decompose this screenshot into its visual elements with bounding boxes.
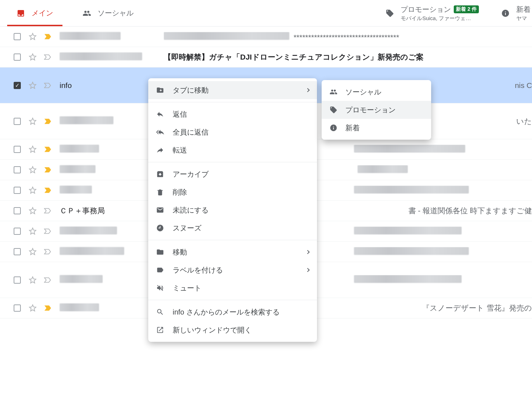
menu-forward[interactable]: 転送 [148, 141, 317, 159]
row-checkbox[interactable] [14, 118, 21, 125]
reply-all-icon [156, 128, 164, 136]
row-checkbox[interactable] [14, 276, 21, 284]
importance-marker-icon[interactable] [44, 167, 52, 173]
star-icon[interactable] [29, 82, 37, 89]
tab-primary[interactable]: メイン [7, 0, 62, 26]
menu-search-sender[interactable]: info さんからのメールを検索する [148, 303, 317, 321]
tab-promotions[interactable]: プロモーション 新着 2 件 モバイルSuica, ファーウェ… [376, 0, 488, 26]
archive-icon [156, 170, 164, 178]
row-checkbox[interactable] [14, 166, 21, 173]
importance-marker-icon[interactable] [44, 54, 52, 60]
star-icon[interactable] [29, 304, 37, 312]
importance-marker-icon[interactable] [44, 208, 52, 214]
chevron-right-icon [305, 88, 309, 92]
importance-marker-icon[interactable] [44, 228, 52, 234]
importance-marker-icon[interactable] [44, 146, 52, 152]
menu-label: 新しいウィンドウで開く [173, 325, 309, 335]
chevron-right-icon [305, 250, 309, 254]
menu-move-to[interactable]: 移動 [148, 243, 317, 261]
row-checkbox[interactable] [14, 228, 21, 235]
importance-marker-icon[interactable] [44, 34, 52, 39]
importance-marker-icon[interactable] [44, 83, 52, 88]
search-icon [156, 308, 164, 316]
importance-marker-icon[interactable] [44, 118, 52, 124]
importance-marker-icon[interactable] [44, 187, 52, 193]
tab-promotions-label: プロモーション [401, 5, 451, 14]
row-checkbox[interactable] [14, 248, 21, 255]
menu-mute[interactable]: ミュート [148, 279, 317, 297]
row-checkbox[interactable] [14, 53, 21, 61]
tab-updates-label: 新着 [516, 5, 531, 14]
forward-icon [156, 146, 164, 154]
delete-icon [156, 188, 164, 196]
tag-icon [386, 9, 394, 18]
clock-icon [156, 224, 164, 232]
submenu-label: ソーシャル [345, 87, 381, 97]
menu-label: 転送 [173, 145, 309, 155]
importance-marker-icon[interactable] [44, 277, 52, 283]
star-icon[interactable] [29, 53, 37, 61]
label-icon [156, 266, 164, 274]
menu-label: 移動 [173, 247, 306, 257]
menu-label: 未読にする [173, 205, 309, 215]
menu-snooze[interactable]: スヌーズ [148, 219, 317, 237]
tab-promotions-badge: 新着 2 件 [454, 5, 479, 13]
tag-icon [330, 106, 337, 114]
menu-move-to-tab[interactable]: タブに移動 [148, 81, 317, 99]
row-checkbox[interactable] [14, 304, 21, 312]
menu-reply[interactable]: 返信 [148, 105, 317, 123]
menu-label: ミュート [173, 283, 309, 293]
star-icon[interactable] [29, 33, 37, 41]
menu-delete[interactable]: 削除 [148, 183, 317, 201]
people-icon [330, 88, 337, 96]
submenu-social[interactable]: ソーシャル [322, 83, 431, 101]
star-icon[interactable] [29, 166, 37, 174]
move-to-tab-submenu: ソーシャル プロモーション 新着 [322, 80, 431, 140]
star-icon[interactable] [29, 227, 37, 235]
mail-tabbar: メイン ソーシャル プロモーション 新着 2 件 モバイルSuica, ファーウ… [0, 0, 532, 27]
row-checkbox[interactable] [14, 146, 21, 153]
submenu-updates[interactable]: 新着 [322, 119, 431, 137]
mute-icon [156, 284, 164, 292]
menu-label-as[interactable]: ラベルを付ける [148, 261, 317, 279]
star-icon[interactable] [29, 145, 37, 153]
importance-marker-icon[interactable] [44, 249, 52, 255]
tab-updates[interactable]: 新着 ヤマ [492, 0, 532, 26]
mail-row[interactable]: ************************************ [0, 27, 532, 47]
info-icon [501, 9, 510, 18]
folder-icon [156, 248, 164, 256]
submenu-label: 新着 [345, 123, 360, 133]
submenu-label: プロモーション [345, 105, 396, 115]
star-icon[interactable] [29, 276, 37, 284]
tab-updates-sub: ヤマ [516, 15, 531, 22]
menu-label: ラベルを付ける [173, 265, 306, 275]
row-checkbox[interactable] [14, 187, 21, 194]
submenu-promotions[interactable]: プロモーション [322, 101, 431, 119]
menu-label: 返信 [173, 110, 309, 119]
star-icon[interactable] [29, 117, 37, 125]
mail-unread-icon [156, 206, 164, 214]
menu-open-new-window[interactable]: 新しいウィンドウで開く [148, 321, 317, 339]
tab-social-label: ソーシャル [98, 8, 134, 18]
menu-archive[interactable]: アーカイブ [148, 165, 317, 183]
star-icon[interactable] [29, 207, 37, 215]
folder-move-icon [156, 86, 164, 94]
mail-row[interactable]: 【即時解禁】ガチャ「DJIドローンミニチュアコレクション」新発売のご案 [0, 47, 532, 68]
menu-reply-all[interactable]: 全員に返信 [148, 123, 317, 141]
importance-marker-icon[interactable] [44, 305, 52, 311]
star-icon[interactable] [29, 248, 37, 256]
star-icon[interactable] [29, 186, 37, 194]
row-sender [60, 32, 164, 42]
menu-label: 削除 [173, 187, 309, 197]
menu-label: タブに移動 [173, 85, 306, 95]
row-checkbox[interactable] [14, 207, 21, 214]
tab-promotions-sub: モバイルSuica, ファーウェ… [401, 15, 479, 22]
menu-label: info さんからのメールを検索する [173, 307, 309, 317]
row-subject: ************************************ [164, 32, 532, 42]
chevron-right-icon [305, 268, 309, 272]
row-checkbox[interactable] [14, 33, 21, 40]
tab-social[interactable]: ソーシャル [73, 0, 143, 26]
menu-mark-unread[interactable]: 未読にする [148, 201, 317, 219]
info-icon [330, 124, 337, 132]
row-checkbox[interactable]: ✓ [14, 82, 21, 89]
